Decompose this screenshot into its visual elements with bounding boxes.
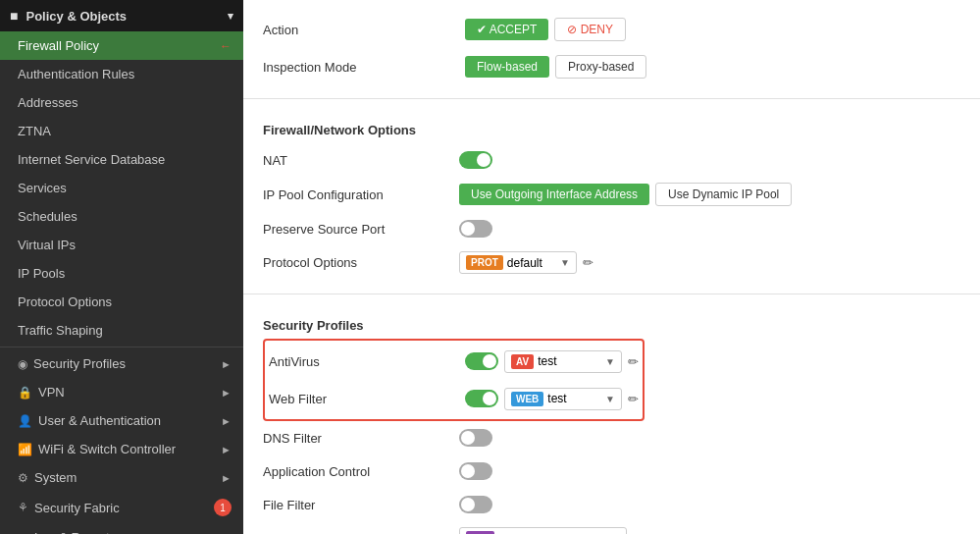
sidebar-item-traffic-shaping[interactable]: Traffic Shaping [0,316,243,345]
wifi-icon: 📶 [18,443,32,456]
preserve-source-row: Preserve Source Port [263,212,960,245]
chevron-right-icon: ► [221,472,232,484]
webfilter-toggle[interactable] [465,390,498,407]
sidebar-item-label: Virtual IPs [18,238,76,252]
antivirus-edit-icon[interactable]: ✏ [628,354,639,369]
ip-pool-label: IP Pool Configuration [263,187,459,202]
preserve-source-toggle[interactable] [459,220,492,238]
av-badge: AV [511,354,534,369]
chevron-right-icon: ► [221,415,232,427]
app-control-row: Application Control [263,454,960,488]
chevron-right-icon: ► [221,358,232,370]
preserve-source-label: Preserve Source Port [263,222,459,237]
app-control-label: Application Control [263,464,459,479]
chart-icon: ▩ [18,531,28,535]
sidebar-item-label: Security Profiles [33,356,126,371]
dns-filter-row: DNS Filter [263,421,960,454]
antivirus-label: AntiVirus [269,354,465,369]
sidebar-item-label: Addresses [18,95,77,110]
dynamic-ip-pool-button[interactable]: Use Dynamic IP Pool [655,183,792,206]
flow-based-button[interactable]: Flow-based [465,56,549,78]
nat-row: NAT [263,143,960,177]
sidebar-item-label: ZTNA [18,124,51,138]
antivirus-value: test [538,354,556,368]
outgoing-interface-button[interactable]: Use Outgoing Interface Address [459,184,649,205]
chevron-down-icon: ▾ [228,10,233,23]
lock-icon: 🔒 [18,386,32,400]
security-profiles-highlight: AntiVirus AV test ▼ ✏ Web Filter [263,339,645,421]
ssl-inspection-dropdown[interactable]: SSL certificate-inspection ▼ [459,527,627,534]
prot-badge: PROT [466,255,503,270]
webfilter-edit-icon[interactable]: ✏ [628,392,639,406]
dropdown-arrow-icon: ▼ [605,356,615,367]
sidebar-item-firewall-policy[interactable]: Firewall Policy ← [0,31,243,60]
nat-toggle[interactable] [459,151,492,169]
sidebar: ■ Policy & Objects ▾ Firewall Policy ← A… [0,0,243,534]
ssl-inspection-row: SSL Inspection SSL certificate-inspectio… [263,521,960,534]
protocol-options-dropdown[interactable]: PROT default ▼ [459,251,577,274]
dns-filter-toggle[interactable] [459,429,492,447]
sidebar-item-log-report[interactable]: ▩ Log & Report ► [0,523,243,534]
sidebar-item-ip-pools[interactable]: IP Pools [0,259,243,288]
sidebar-item-label: IP Pools [18,266,65,281]
dns-filter-label: DNS Filter [263,431,459,446]
chevron-right-icon: ► [221,444,232,455]
nat-label: NAT [263,153,459,168]
sidebar-item-internet-service-db[interactable]: Internet Service Database [0,145,243,174]
sidebar-item-protocol-options[interactable]: Protocol Options [0,288,243,316]
sidebar-item-vpn[interactable]: 🔒 VPN ► [0,378,243,406]
sidebar-item-services[interactable]: Services [0,174,243,202]
sidebar-item-label: User & Authentication [38,413,161,428]
sidebar-item-label: WiFi & Switch Controller [38,442,176,456]
proxy-based-button[interactable]: Proxy-based [555,55,646,79]
firewall-section-title: Firewall/Network Options [263,113,960,143]
sidebar-item-system[interactable]: ⚙ System ► [0,463,243,492]
sidebar-item-virtual-ips[interactable]: Virtual IPs [0,231,243,259]
sidebar-item-security-profiles[interactable]: ◉ Security Profiles ► [0,349,243,378]
fabric-icon: ⚘ [18,501,28,514]
inspection-mode-label: Inspection Mode [263,60,459,75]
sidebar-section-label: Policy & Objects [26,9,127,24]
file-filter-toggle[interactable] [459,496,492,513]
antivirus-dropdown[interactable]: AV test ▼ [504,350,622,373]
badge-count: 1 [214,499,232,516]
antivirus-row: AntiVirus AV test ▼ ✏ [269,345,639,378]
sidebar-item-schedules[interactable]: Schedules [0,202,243,231]
gear-icon: ⚙ [18,471,28,485]
sidebar-item-user-authentication[interactable]: 👤 User & Authentication ► [0,406,243,435]
protocol-value: default [507,256,542,270]
sidebar-item-label: Internet Service Database [18,152,165,167]
sidebar-item-security-fabric[interactable]: ⚘ Security Fabric 1 [0,492,243,523]
accept-button[interactable]: ✔ ACCEPT [465,19,548,40]
inspection-mode-row: Inspection Mode Flow-based Proxy-based [263,49,960,84]
webfilter-label: Web Filter [269,392,465,406]
sidebar-item-wifi-switch[interactable]: 📶 WiFi & Switch Controller ► [0,435,243,463]
webfilter-dropdown[interactable]: WEB test ▼ [504,388,622,410]
sidebar-item-label: Schedules [18,209,77,224]
pin-icon: ← [220,39,232,53]
sidebar-section-policy-objects[interactable]: ■ Policy & Objects ▾ [0,0,243,31]
policy-objects-icon: ■ [10,8,18,24]
action-row: Action ✔ ACCEPT ⊘ DENY [263,10,960,49]
antivirus-toggle[interactable] [465,352,498,370]
sidebar-item-addresses[interactable]: Addresses [0,88,243,117]
dropdown-arrow-icon: ▼ [560,257,570,268]
webfilter-value: test [547,392,566,405]
app-control-toggle[interactable] [459,462,492,480]
sidebar-item-label: Security Fabric [34,501,120,515]
action-label: Action [263,23,459,37]
sidebar-item-label: Traffic Shaping [18,323,103,338]
sidebar-item-label: System [34,470,77,485]
sidebar-item-label: VPN [38,385,65,400]
sidebar-item-ztna[interactable]: ZTNA [0,117,243,145]
ip-pool-row: IP Pool Configuration Use Outgoing Inter… [263,177,960,212]
webfilter-row: Web Filter WEB test ▼ ✏ [269,382,639,415]
file-filter-label: File Filter [263,498,459,512]
sidebar-item-label: Protocol Options [18,294,112,309]
sidebar-item-authentication-rules[interactable]: Authentication Rules [0,60,243,88]
protocol-edit-icon[interactable]: ✏ [583,255,593,270]
user-icon: 👤 [18,414,32,428]
web-badge: WEB [511,392,543,406]
deny-button[interactable]: ⊘ DENY [554,18,626,41]
sidebar-item-label: Services [18,181,67,195]
